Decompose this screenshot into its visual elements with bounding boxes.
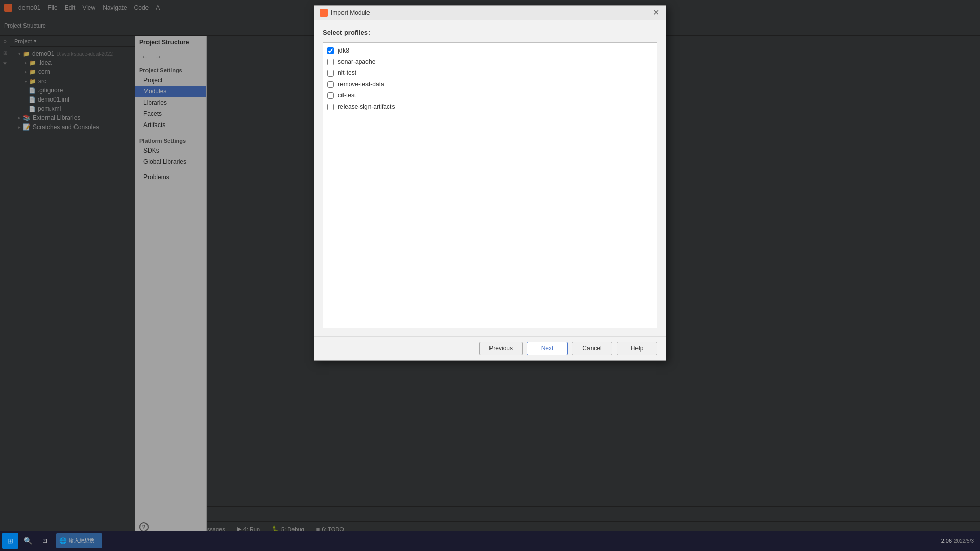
dialog-title-text: Import Module [331,9,370,16]
dialog-footer: Previous Next Cancel Help [314,336,666,360]
previous-button[interactable]: Previous [479,342,523,355]
dialog-titlebar: Import Module ✕ [314,6,666,20]
profile-cit-test[interactable]: cit-test [323,90,657,101]
profile-remove-test-data-checkbox[interactable] [327,81,334,88]
profile-jdk8[interactable]: jdk8 [323,45,657,56]
profile-cit-test-label: cit-test [338,92,356,99]
profile-release-sign-artifacts[interactable]: release-sign-artifacts [323,101,657,112]
taskbar-search[interactable]: 🔍 [19,533,36,549]
tray-time: 2:06 [941,538,952,544]
profile-release-sign-artifacts-checkbox[interactable] [327,104,334,110]
profiles-list: jdk8 sonar-apache nit-test remove-test-d… [323,42,657,328]
import-module-dialog: Import Module ✕ Select profiles: jdk8 so… [314,5,666,361]
dialog-title-left: Import Module [320,9,370,17]
dialog-logo [320,9,328,17]
taskbar-taskview[interactable]: ⊡ [37,533,53,549]
help-button[interactable]: Help [617,342,657,355]
profile-jdk8-checkbox[interactable] [327,47,334,54]
dialog-content: Select profiles: jdk8 sonar-apache nit-t… [314,20,666,336]
taskview-icon: ⊡ [42,537,47,544]
profile-nit-test-checkbox[interactable] [327,70,334,77]
windows-taskbar: ⊞ 🔍 ⊡ 🌐 输入您想搜 2:06 2022/5/3 [0,531,980,551]
ie-icon: 🌐 [59,537,67,544]
profile-sonar-apache[interactable]: sonar-apache [323,56,657,67]
windows-logo-icon: ⊞ [7,537,13,545]
profile-sonar-apache-label: sonar-apache [338,58,375,65]
dialog-close-button[interactable]: ✕ [652,9,660,17]
search-icon: 🔍 [23,537,32,545]
system-tray: 2:06 2022/5/3 [937,538,978,544]
profile-release-sign-artifacts-label: release-sign-artifacts [338,103,395,110]
profile-nit-test-label: nit-test [338,69,356,77]
next-button[interactable]: Next [527,342,568,355]
dialog-subtitle: Select profiles: [323,29,657,36]
taskbar-apps: 🌐 输入您想搜 [54,533,936,548]
start-button[interactable]: ⊞ [2,533,18,549]
profile-sonar-apache-checkbox[interactable] [327,59,334,65]
cancel-button[interactable]: Cancel [572,342,612,355]
tray-date: 2022/5/3 [954,538,974,544]
profile-cit-test-checkbox[interactable] [327,92,334,99]
profile-remove-test-data-label: remove-test-data [338,81,384,88]
taskbar-ie[interactable]: 🌐 输入您想搜 [56,533,102,548]
profile-nit-test[interactable]: nit-test [323,67,657,79]
profile-remove-test-data[interactable]: remove-test-data [323,79,657,90]
profile-jdk8-label: jdk8 [338,47,349,54]
ie-label: 输入您想搜 [69,537,94,544]
